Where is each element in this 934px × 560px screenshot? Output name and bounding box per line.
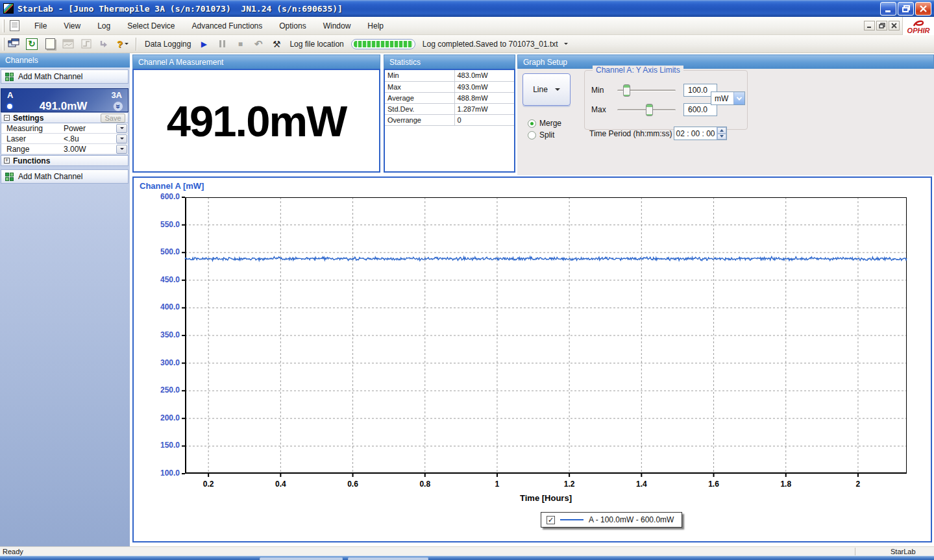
log-progress-bar (351, 39, 415, 49)
mdi-close-button[interactable] (889, 21, 900, 30)
title-bar: StarLab - [Juno Thermopile 3A (s/n:70107… (0, 0, 934, 17)
dropdown-caret-icon (125, 43, 129, 45)
document-icon (10, 20, 19, 31)
channel-select-radio[interactable] (6, 103, 14, 110)
time-period-spinner[interactable]: 02 : 00 : 00 (674, 127, 727, 140)
merge-radio[interactable] (528, 119, 536, 128)
menu-select-device[interactable]: Select Device (119, 19, 183, 32)
channels-header: Channels (0, 53, 130, 67)
setting-row-measuring: Measuring Power (1, 123, 129, 134)
x-tick-label: 2 (842, 480, 874, 489)
statistics-table: Min483.0mW Max493.0mW Average488.8mW Std… (385, 70, 514, 126)
range-dropdown-button[interactable] (116, 145, 127, 154)
spin-up-button[interactable] (717, 127, 726, 134)
status-separator (855, 548, 855, 555)
app-icon[interactable] (3, 3, 14, 14)
legend-line-swatch (560, 519, 584, 520)
window-title: StarLab - [Juno Thermopile 3A (s/n:70107… (18, 4, 343, 14)
laser-dropdown-button[interactable] (116, 134, 127, 143)
help-icon: ? (117, 38, 123, 49)
graph-setup-panel: Graph Setup Line Merge Split Channel A: … (517, 55, 934, 175)
table-row: Min483.0mW (385, 70, 514, 81)
chart-view-icon (62, 39, 74, 49)
setting-row-range: Range 3.00W (1, 144, 129, 154)
notes-button[interactable] (42, 36, 58, 51)
add-math-channel-button[interactable]: Add Math Channel (1, 69, 129, 84)
toolbar-grip[interactable] (3, 19, 5, 32)
merge-radio-row[interactable]: Merge (528, 119, 561, 128)
help-button[interactable]: ? (114, 36, 131, 51)
menu-file[interactable]: File (26, 19, 55, 32)
table-row: Max493.0mW (385, 81, 514, 92)
log-stop-button: ■ (232, 36, 249, 51)
taskbar-edge (0, 555, 934, 560)
toolbar-grip-2[interactable] (3, 38, 5, 51)
y-tick-label: 300.0 (140, 358, 180, 367)
y-tick-label: 350.0 (140, 330, 180, 339)
menu-help[interactable]: Help (359, 19, 392, 32)
x-tick-label: 1.4 (626, 480, 657, 489)
combobox-arrow-button[interactable] (733, 92, 744, 104)
channels-sidebar: Channels Add Math Channel A 3A 491.0mW »… (0, 53, 130, 546)
pulse-view-button-disabled (78, 36, 95, 51)
y-max-slider[interactable] (617, 109, 676, 111)
split-radio-row[interactable]: Split (528, 130, 554, 140)
x-tick-label: 1.8 (770, 480, 802, 489)
spin-down-button[interactable] (717, 134, 726, 140)
channel-a-card[interactable]: A 3A 491.0mW » (1, 88, 129, 112)
collapse-icon[interactable]: − (4, 115, 10, 121)
y-tick-label: 250.0 (140, 385, 180, 395)
dropdown-caret-icon (555, 88, 560, 91)
setting-row-laser: Laser <.8u (1, 134, 129, 144)
expand-icon[interactable]: + (4, 158, 10, 164)
menu-view[interactable]: View (55, 19, 89, 32)
measurement-panel: Channel A Measurement 491.0mW (132, 55, 380, 173)
graph-type-dropdown[interactable]: Line (522, 73, 571, 106)
y-min-slider-thumb[interactable] (623, 84, 630, 97)
y-max-slider-thumb[interactable] (646, 104, 653, 116)
y-min-slider[interactable] (617, 90, 676, 91)
log-setup-button[interactable]: ⚒ (268, 36, 285, 51)
select-device-icon (8, 38, 20, 49)
select-device-button[interactable] (5, 36, 22, 51)
log-status-caret-icon[interactable] (564, 43, 568, 45)
menu-log[interactable]: Log (89, 19, 119, 32)
settings-section-header[interactable]: − Settings Save (1, 112, 129, 123)
x-tick-label: 1 (482, 480, 513, 489)
statistics-panel: Statistics Min483.0mW Max493.0mW Average… (384, 55, 515, 173)
minimize-button[interactable] (880, 2, 896, 16)
restore-button[interactable] (898, 2, 914, 16)
chart-panel: Channel A [mW] Time [Hours] ✓ A - 100.0m… (132, 177, 932, 542)
chart-legend[interactable]: ✓ A - 100.0mW - 600.0mW (541, 512, 682, 528)
unit-combobox[interactable]: mW (711, 91, 745, 105)
y-tick-label: 400.0 (140, 302, 180, 311)
undo-icon: ↶ (254, 38, 263, 50)
statistics-panel-header: Statistics (384, 55, 515, 69)
table-row: Average488.8mW (385, 92, 514, 103)
legend-checkbox[interactable]: ✓ (547, 516, 555, 524)
mdi-restore-button[interactable] (876, 21, 887, 30)
mdi-minimize-button[interactable] (864, 21, 875, 30)
add-math-channel-button-2[interactable]: Add Math Channel (1, 169, 129, 184)
menu-advanced-functions[interactable]: Advanced Functions (184, 19, 271, 32)
pulse-view-icon (81, 39, 92, 49)
log-file-location-label: Log file location (289, 40, 343, 49)
menu-options[interactable]: Options (271, 19, 314, 32)
restart-button[interactable]: ↻ (23, 36, 40, 51)
y-max-input[interactable]: 600.0 (683, 103, 717, 116)
measurement-panel-header: Channel A Measurement (132, 55, 380, 69)
x-tick-label: 0.4 (265, 480, 296, 489)
functions-section-header[interactable]: + Functions (1, 155, 129, 166)
close-button[interactable] (915, 2, 931, 16)
split-radio[interactable] (528, 131, 536, 140)
chart-title: Channel A [mW] (140, 181, 204, 191)
toolbar-separator (136, 38, 137, 51)
collapse-channel-button[interactable]: » (113, 101, 123, 112)
pause-icon (219, 40, 225, 47)
measuring-dropdown-button[interactable] (116, 124, 127, 133)
y-tick-label: 450.0 (140, 275, 180, 284)
menu-window[interactable]: Window (315, 19, 360, 32)
log-play-button[interactable]: ▶ (195, 36, 212, 51)
chart-plot (185, 197, 907, 474)
status-bar: Ready StarLab (0, 546, 934, 555)
